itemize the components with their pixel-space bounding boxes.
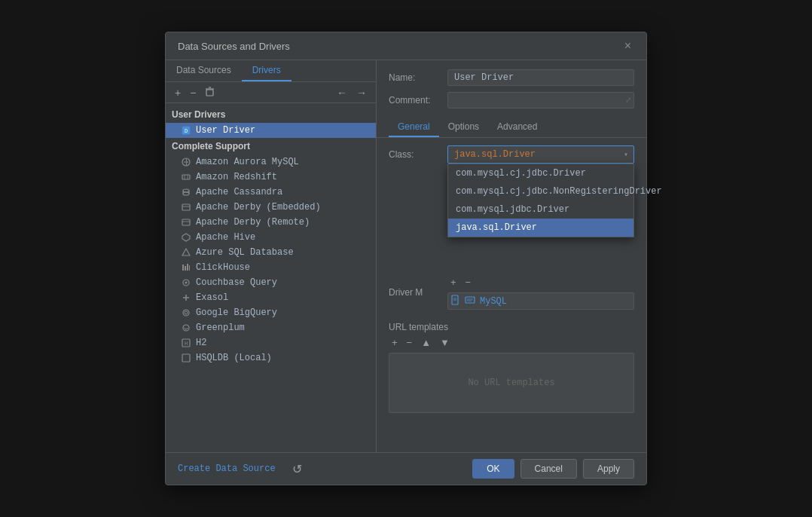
modal-overlay: Data Sources and Drivers × Data Sources … xyxy=(0,0,812,517)
driver-file-row: MySQL xyxy=(447,292,634,310)
amazon-aurora-mysql-icon xyxy=(181,157,191,167)
svg-point-29 xyxy=(185,311,188,314)
driver-file-icon xyxy=(451,295,460,307)
class-row: Class: java.sql.Driver ▾ com.mysql.cj.jd… xyxy=(389,145,634,164)
hsqldb-icon xyxy=(181,353,191,363)
apache-derby-embedded-icon xyxy=(181,202,191,213)
svg-point-11 xyxy=(183,192,189,195)
list-item-greenplum[interactable]: Greenplum xyxy=(166,320,376,335)
driver-files-area: + − MySQL xyxy=(447,275,634,310)
clickhouse-icon xyxy=(181,262,191,273)
driver-remove-button[interactable]: − xyxy=(462,275,475,289)
azure-sql-icon xyxy=(181,247,191,258)
create-data-source-link[interactable]: Create Data Source xyxy=(178,463,276,474)
dialog-titlebar: Data Sources and Drivers × xyxy=(166,32,646,60)
class-dropdown-wrapper: java.sql.Driver ▾ com.mysql.cj.jdbc.Driv… xyxy=(447,145,634,164)
list-item-apache-derby-embedded[interactable]: Apache Derby (Embedded) xyxy=(166,200,376,215)
class-label: Class: xyxy=(389,149,441,160)
list-item-azure-sql-database[interactable]: Azure SQL Database xyxy=(166,245,376,260)
url-remove-button[interactable]: − xyxy=(404,335,416,350)
driver-add-button[interactable]: + xyxy=(447,275,459,289)
list-item-apache-hive[interactable]: Apache Hive xyxy=(166,230,376,245)
exasol-icon xyxy=(181,292,191,303)
list-item-google-bigquery[interactable]: Google BigQuery xyxy=(166,305,376,320)
list-item-couchbase-query[interactable]: Couchbase Query xyxy=(166,275,376,290)
svg-text:H: H xyxy=(185,341,188,347)
svg-rect-37 xyxy=(466,297,475,303)
url-templates-label: URL templates xyxy=(389,322,634,332)
svg-marker-19 xyxy=(182,249,190,255)
tab-general[interactable]: General xyxy=(389,118,439,137)
undo-button[interactable]: ↺ xyxy=(288,460,307,478)
google-bigquery-icon xyxy=(181,307,191,318)
svg-point-25 xyxy=(185,282,188,284)
name-label: Name: xyxy=(389,72,441,83)
apache-derby-remote-icon xyxy=(181,217,191,228)
list-item-amazon-redshift[interactable]: Amazon Redshift xyxy=(166,170,376,185)
apply-button[interactable]: Apply xyxy=(583,459,634,479)
svg-rect-21 xyxy=(185,266,186,271)
user-driver-icon: D xyxy=(181,125,191,136)
add-button[interactable]: + xyxy=(172,86,184,99)
comment-label: Comment: xyxy=(389,95,441,106)
driver-section: Driver M + − xyxy=(389,275,634,310)
comment-input[interactable] xyxy=(447,92,634,109)
driver-files-label: Driver M xyxy=(389,287,441,298)
tab-content-general: Class: java.sql.Driver ▾ com.mysql.cj.jd… xyxy=(377,138,646,452)
url-add-button[interactable]: + xyxy=(389,335,401,350)
list-item-apache-derby-remote[interactable]: Apache Derby (Remote) xyxy=(166,215,376,230)
comment-wrapper: ⤢ xyxy=(447,92,634,109)
list-item-h2[interactable]: H H2 xyxy=(166,335,376,350)
dialog-close-button[interactable]: × xyxy=(621,40,634,52)
list-item-apache-cassandra[interactable]: Apache Cassandra xyxy=(166,185,376,200)
delete-button[interactable] xyxy=(202,85,218,99)
dropdown-option-java-sql[interactable]: java.sql.Driver xyxy=(448,219,633,237)
tab-data-sources[interactable]: Data Sources xyxy=(166,60,242,81)
list-item-clickhouse[interactable]: ClickHouse xyxy=(166,260,376,275)
ok-button[interactable]: OK xyxy=(472,459,514,479)
name-row: Name: xyxy=(389,69,634,86)
section-user-drivers: User Drivers xyxy=(166,106,376,123)
list-item-amazon-aurora-mysql[interactable]: Amazon Aurora MySQL xyxy=(166,154,376,170)
tab-drivers[interactable]: Drivers xyxy=(242,60,292,81)
remove-button[interactable]: − xyxy=(187,86,199,99)
svg-rect-22 xyxy=(187,264,188,271)
amazon-redshift-icon xyxy=(181,172,191,182)
list-item-exasol[interactable]: Exasol xyxy=(166,290,376,305)
section-complete-support: Complete Support xyxy=(166,138,376,154)
footer-right: OK Cancel Apply xyxy=(472,459,634,479)
dialog-body: Data Sources Drivers + − xyxy=(166,60,646,452)
svg-text:D: D xyxy=(185,128,188,134)
comment-row: Comment: ⤢ xyxy=(389,92,634,109)
url-up-button[interactable]: ▲ xyxy=(418,335,434,350)
apache-cassandra-icon xyxy=(181,187,191,197)
svg-rect-0 xyxy=(206,90,213,96)
back-button[interactable]: ← xyxy=(334,86,350,99)
driver-file-name xyxy=(465,295,475,307)
url-section: URL templates + − ▲ ▼ No URL templates xyxy=(389,322,634,413)
apache-hive-icon xyxy=(181,232,191,243)
tab-advanced[interactable]: Advanced xyxy=(488,118,546,137)
class-dropdown[interactable]: java.sql.Driver xyxy=(447,145,634,164)
dropdown-option-com-mysql-nonreg[interactable]: com.mysql.cj.jdbc.NonRegisteringDriver xyxy=(448,182,633,200)
list-item-hsqldb-local[interactable]: HSQLDB (Local) xyxy=(166,350,376,366)
dropdown-option-com-mysql-cj[interactable]: com.mysql.cj.jdbc.Driver xyxy=(448,164,633,182)
dialog-footer: Create Data Source ↺ OK Cancel Apply xyxy=(166,452,646,485)
tab-options[interactable]: Options xyxy=(439,118,488,137)
list-item-user-driver[interactable]: D User Driver xyxy=(166,123,376,138)
svg-rect-23 xyxy=(189,265,190,271)
svg-point-28 xyxy=(183,310,189,316)
url-down-button[interactable]: ▼ xyxy=(437,335,453,350)
panel-list: User Drivers D User Driver Complete Supp… xyxy=(166,103,376,452)
dialog-title: Data Sources and Drivers xyxy=(178,41,290,52)
url-empty-message: No URL templates xyxy=(389,353,634,413)
dropdown-option-com-mysql-jdbc[interactable]: com.mysql.jdbc.Driver xyxy=(448,200,633,219)
url-toolbar: + − ▲ ▼ xyxy=(389,335,634,350)
dialog: Data Sources and Drivers × Data Sources … xyxy=(165,32,647,485)
footer-left: Create Data Source ↺ xyxy=(178,460,307,478)
expand-icon: ⤢ xyxy=(625,96,631,105)
driver-files-row: Driver M + − xyxy=(389,275,634,310)
name-input[interactable] xyxy=(447,69,634,86)
cancel-button[interactable]: Cancel xyxy=(520,459,577,479)
forward-button[interactable]: → xyxy=(353,86,370,99)
